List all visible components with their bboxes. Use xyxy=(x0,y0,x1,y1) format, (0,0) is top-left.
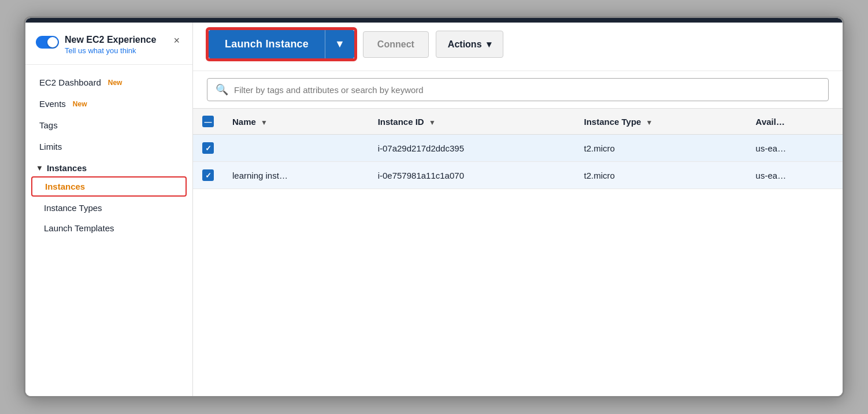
sidebar-header-text: New EC2 Experience Tell us what you thin… xyxy=(65,34,165,55)
row2-avail: us-ea… xyxy=(747,162,843,189)
limits-label: Limits xyxy=(39,142,62,151)
launch-instance-button[interactable]: Launch Instance xyxy=(209,30,325,58)
events-label: Events xyxy=(39,99,66,109)
th-instance-id-label: Instance ID xyxy=(378,117,424,127)
launch-instance-button-group: Launch Instance ▼ xyxy=(207,28,356,60)
th-name[interactable]: Name ▼ xyxy=(223,109,369,135)
row2-checkbox[interactable] xyxy=(202,169,214,181)
table-row[interactable]: i-07a29d217d2ddc395 t2.micro us-ea… xyxy=(193,135,843,162)
th-instance-type[interactable]: Instance Type ▼ xyxy=(574,109,746,135)
table-row[interactable]: learning inst… i-0e757981a11c1a070 t2.mi… xyxy=(193,162,843,189)
th-avail-label: Avail… xyxy=(756,117,785,127)
row1-name xyxy=(223,135,369,162)
instances-table-container: Name ▼ Instance ID ▼ Instance Type ▼ A xyxy=(193,108,843,396)
instances-section-title: Instances xyxy=(47,163,87,173)
search-input[interactable] xyxy=(234,85,820,95)
table-header-row: Name ▼ Instance ID ▼ Instance Type ▼ A xyxy=(193,109,843,135)
ec2-dashboard-badge: New xyxy=(108,79,123,87)
instances-table: Name ▼ Instance ID ▼ Instance Type ▼ A xyxy=(193,108,843,189)
name-sort-icon: ▼ xyxy=(261,119,268,127)
sidebar-header-subtitle[interactable]: Tell us what you think xyxy=(65,46,165,55)
sidebar-nav: EC2 Dashboard New Events New Tags Limits… xyxy=(25,65,192,245)
actions-button[interactable]: Actions ▾ xyxy=(436,31,503,58)
sidebar-header: New EC2 Experience Tell us what you thin… xyxy=(25,28,192,65)
search-icon: 🔍 xyxy=(216,83,228,96)
th-instance-id[interactable]: Instance ID ▼ xyxy=(369,109,575,135)
row2-instance-id: i-0e757981a11c1a070 xyxy=(369,162,575,189)
instances-section-arrow: ▼ xyxy=(36,164,43,172)
row1-instance-type: t2.micro xyxy=(574,135,746,162)
actions-label: Actions xyxy=(448,39,482,50)
row1-instance-id: i-07a29d217d2ddc395 xyxy=(369,135,575,162)
th-avail[interactable]: Avail… xyxy=(747,109,843,135)
instance-id-sort-icon: ▼ xyxy=(429,119,436,127)
row2-name: learning inst… xyxy=(223,162,369,189)
sidebar-header-title: New EC2 Experience xyxy=(65,34,165,45)
sidebar: New EC2 Experience Tell us what you thin… xyxy=(25,18,193,396)
sidebar-item-launch-templates[interactable]: Launch Templates xyxy=(25,218,192,238)
connect-button: Connect xyxy=(363,31,429,58)
sidebar-item-limits[interactable]: Limits xyxy=(25,136,192,157)
row1-checkbox[interactable] xyxy=(202,142,214,154)
sidebar-item-tags[interactable]: Tags xyxy=(25,114,192,136)
select-all-checkbox[interactable] xyxy=(202,116,214,127)
ec2-dashboard-label: EC2 Dashboard xyxy=(39,77,101,87)
th-name-label: Name xyxy=(232,117,256,127)
row2-checkbox-cell[interactable] xyxy=(193,162,223,189)
search-bar: 🔍 xyxy=(207,78,829,101)
row1-checkbox-cell[interactable] xyxy=(193,135,223,162)
actions-dropdown-arrow: ▾ xyxy=(487,39,491,50)
th-checkbox[interactable] xyxy=(193,109,223,135)
tags-label: Tags xyxy=(39,120,58,130)
events-badge: New xyxy=(73,100,87,108)
row2-instance-type: t2.micro xyxy=(574,162,746,189)
instance-type-sort-icon: ▼ xyxy=(646,119,653,127)
sidebar-item-instances[interactable]: Instances xyxy=(31,176,187,197)
main-window: New EC2 Experience Tell us what you thin… xyxy=(24,16,844,398)
search-bar-container: 🔍 xyxy=(193,71,843,101)
action-bar: Launch Instance ▼ Connect Actions ▾ xyxy=(193,18,843,71)
main-content: Launch Instance ▼ Connect Actions ▾ 🔍 xyxy=(193,18,843,396)
instances-section-header[interactable]: ▼ Instances xyxy=(25,157,192,175)
sidebar-close-button[interactable]: × xyxy=(171,34,182,47)
sidebar-item-events[interactable]: Events New xyxy=(25,93,192,114)
new-experience-toggle[interactable] xyxy=(36,36,59,49)
sidebar-item-instance-types[interactable]: Instance Types xyxy=(25,198,192,218)
sidebar-item-ec2-dashboard[interactable]: EC2 Dashboard New xyxy=(25,72,192,93)
top-bar xyxy=(25,18,843,23)
row1-avail: us-ea… xyxy=(747,135,843,162)
launch-instance-dropdown-arrow: ▼ xyxy=(335,38,345,50)
th-instance-type-label: Instance Type xyxy=(584,117,641,127)
launch-instance-dropdown-button[interactable]: ▼ xyxy=(325,30,354,58)
